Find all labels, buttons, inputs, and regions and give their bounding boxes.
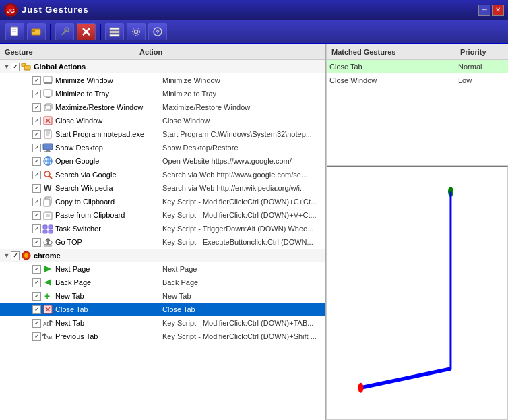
action-text-close-window-g: Close Window [160,117,325,125]
tree-row-search-google[interactable]: ✓Search via GoogleSearch via Web http://… [0,168,325,181]
checkbox-task-switcher[interactable]: ✓ [32,224,41,233]
matched-header: Matched Gestures Priority [327,44,508,60]
row-label-search-google: Search via Google [55,171,160,179]
row-icon-maximize-window [42,102,53,113]
row-label-next-page: Next Page [55,265,160,273]
tree-row-maximize-window[interactable]: ✓Maximize/Restore WindowMaximize/Restore… [0,100,325,114]
expand-icon[interactable]: ▼ [3,63,11,71]
action-text-close-tab: Close Tab [160,305,325,313]
action-text-prev-tab: Key Script - ModifierClick:Ctrl (DOWN)+S… [160,332,325,340]
tree-row-close-window-g[interactable]: ✓Close WindowClose Window [0,114,325,127]
help-toolbar-button[interactable]: ? [148,23,167,40]
svg-rect-43 [44,199,50,206]
tree-row-close-tab[interactable]: ✓Close TabClose Tab [0,303,325,316]
svg-text:?: ? [156,29,160,36]
tree-row-paste-clipboard[interactable]: ✓Paste from ClipboardKey Script - Modifi… [0,208,325,222]
row-label-global-group: Global Actions [34,63,138,71]
action-col-header: Action [137,46,323,58]
title-bar: JG Just Gestures ─ ✕ [0,0,508,20]
list-toolbar-button[interactable] [105,23,124,40]
checkbox-prev-tab[interactable]: ✓ [32,332,41,341]
svg-rect-6 [32,30,35,32]
left-panel: Gesture Action ▼✓Global Actions✓Minimize… [0,44,326,420]
checkbox-close-tab[interactable]: ✓ [32,305,41,314]
tree-row-next-page[interactable]: ✓Next PageNext Page [0,262,325,276]
open-toolbar-button[interactable] [27,23,46,40]
row-label-task-switcher: Task Switcher [55,224,160,233]
svg-rect-11 [110,31,119,33]
action-text-back-page: Back Page [160,278,325,287]
row-label-close-tab: Close Tab [55,305,160,313]
tree-row-chrome-group[interactable]: ▼✓chrome [0,249,325,262]
tree-row-back-page[interactable]: ✓Back PageBack Page [0,276,325,289]
checkbox-new-tab[interactable]: ✓ [32,292,41,301]
app-icon: JG [4,3,18,17]
row-icon-new-tab: + [42,291,53,301]
svg-rect-23 [44,105,51,111]
tree-row-next-tab[interactable]: ✓ABNext TabKey Script - ModifierClick:Ct… [0,316,325,330]
svg-text:+: + [44,291,50,301]
checkbox-start-notepad[interactable]: ✓ [32,130,41,139]
tools-toolbar-button[interactable] [55,23,74,40]
tree-row-task-switcher[interactable]: ✓Task SwitcherKey Script - TriggerDown:A… [0,222,325,235]
expand-icon[interactable]: ▼ [3,251,11,260]
checkbox-close-window-g[interactable]: ✓ [32,117,41,125]
row-label-new-tab: New Tab [55,292,160,300]
tree-row-minimize-tray[interactable]: ✓Minimize to TrayMinimize to Tray [0,87,325,100]
delete-toolbar-button[interactable] [77,23,96,40]
close-button[interactable]: ✕ [492,5,504,16]
tree-row-minimize-window[interactable]: ✓Minimize WindowMinimize Window [0,73,325,87]
checkbox-show-desktop[interactable]: ✓ [32,144,41,152]
action-text-copy-clipboard: Key Script - ModifierClick:Ctrl (DOWN)+C… [160,198,325,206]
new-toolbar-button[interactable] [5,23,24,40]
matched-row-1[interactable]: Close WindowLow [327,73,508,87]
row-icon-back-page [42,277,53,288]
checkbox-global-group[interactable]: ✓ [11,63,20,71]
tree-row-copy-clipboard[interactable]: ✓Copy to ClipboardKey Script - ModifierC… [0,195,325,208]
matched-row-0[interactable]: Close TabNormal [327,60,508,73]
checkbox-paste-clipboard[interactable]: ✓ [32,211,41,220]
checkbox-next-page[interactable]: ✓ [32,265,41,274]
minimize-button[interactable]: ─ [478,5,490,16]
settings-toolbar-button[interactable] [127,23,146,40]
svg-rect-21 [44,90,52,96]
tree-row-open-google[interactable]: ✓Open GoogleOpen Website https://www.goo… [0,154,325,168]
tree-row-new-tab[interactable]: ✓+New TabNew Tab [0,289,325,303]
tree-row-show-desktop[interactable]: ✓Show DesktopShow Desktop/Restore [0,141,325,154]
app-title: Just Gestures [22,5,478,15]
svg-marker-57 [44,266,51,272]
row-icon-search-google [42,169,53,180]
checkbox-open-google[interactable]: ✓ [32,157,41,166]
checkbox-go-top[interactable]: ✓ [32,238,41,247]
checkbox-next-tab[interactable]: ✓ [32,319,41,328]
checkbox-search-google[interactable]: ✓ [32,171,41,179]
svg-marker-58 [44,279,51,286]
tree-row-prev-tab[interactable]: ✓ABPrevious TabKey Script - ModifierClic… [0,330,325,343]
tree-body[interactable]: ▼✓Global Actions✓Minimize WindowMinimize… [0,60,325,420]
svg-text:JG: JG [7,7,15,14]
action-text-maximize-window: Maximize/Restore Window [160,103,325,111]
checkbox-chrome-group[interactable]: ✓ [11,251,20,260]
tree-row-global-group[interactable]: ▼✓Global Actions [0,60,325,73]
row-icon-next-tab: AB [42,318,53,328]
row-icon-start-notepad [42,129,53,140]
tree-row-go-top[interactable]: ✓GOGo TOPKey Script - ExecuteButtonclick… [0,235,325,249]
row-icon-close-tab [42,304,53,315]
action-text-next-tab: Key Script - ModifierClick:Ctrl (DOWN)+T… [160,319,325,327]
window-controls: ─ ✕ [478,5,504,16]
checkbox-back-page[interactable]: ✓ [32,278,41,287]
checkbox-search-wiki[interactable]: ✓ [32,184,41,193]
matched-row-name-1: Close Window [329,76,458,84]
svg-rect-24 [46,104,52,109]
toolbar-separator-1 [50,24,51,40]
tree-row-search-wiki[interactable]: ✓WSearch WikipediaSearch via Web http://… [0,181,325,195]
tree-row-start-notepad[interactable]: ✓Start Program notepad.exeStart Program … [0,127,325,141]
right-panel: Matched Gestures Priority Close TabNorma… [326,44,508,420]
svg-rect-48 [43,225,47,229]
row-icon-search-wiki: W [42,183,53,193]
row-icon-paste-clipboard [42,210,53,220]
checkbox-minimize-window[interactable]: ✓ [32,76,41,85]
checkbox-copy-clipboard[interactable]: ✓ [32,198,41,206]
checkbox-minimize-tray[interactable]: ✓ [32,90,41,98]
checkbox-maximize-window[interactable]: ✓ [32,103,41,112]
